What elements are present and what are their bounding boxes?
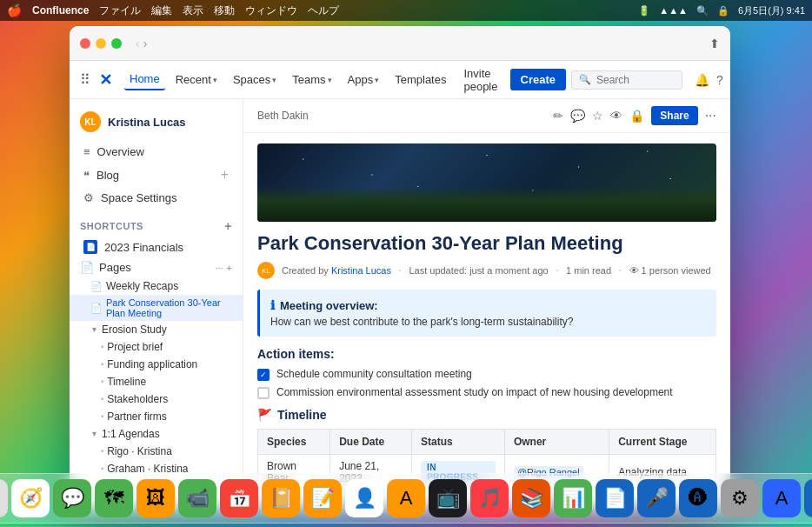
dock-icon-safari[interactable]: 🧭 [11, 479, 50, 517]
content-author: Beth Dakin [257, 110, 309, 122]
nav-home[interactable]: Home [124, 69, 165, 90]
menu-window[interactable]: ウィンドウ [245, 3, 297, 18]
tree-item-funding[interactable]: • Funding application [70, 356, 243, 373]
tree-item-weekly-recaps[interactable]: 📄 Weekly Recaps [70, 277, 243, 295]
page-content: Park Conservation 30-Year Plan Meeting K… [243, 222, 730, 509]
dock-icon-noteshelf[interactable]: 📔 [262, 479, 300, 517]
tree-item-park-conservation[interactable]: 📄 Park Conservation 30-Year Plan Meeting [70, 295, 243, 321]
tree-item-timeline[interactable]: • Timeline [70, 373, 243, 390]
col-status: Status [412, 430, 505, 455]
tree-item-stakeholders[interactable]: • Stakeholders [70, 390, 243, 408]
col-owner: Owner [504, 430, 609, 455]
search-menubar-icon[interactable]: 🔍 [696, 5, 709, 17]
share-button[interactable]: Share [651, 106, 697, 125]
dock-icon-photos[interactable]: 🖼 [136, 479, 175, 517]
tree-item-erosion-study[interactable]: ▼ Erosion Study [70, 321, 243, 338]
settings-gear-icon: ⚙ [83, 191, 94, 204]
nav-invite[interactable]: Invite people [456, 63, 504, 97]
search-input[interactable] [596, 74, 675, 86]
col-due-date: Due Date [330, 430, 412, 455]
dock-icon-contacts[interactable]: 👤 [345, 479, 383, 517]
flag-icon: 🚩 [257, 408, 272, 422]
dock-icon-maps[interactable]: 🗺 [95, 479, 133, 517]
dock-icon-numbers[interactable]: 📊 [554, 479, 592, 517]
help-icon[interactable]: ? [716, 73, 723, 87]
dock-icon-arco[interactable]: A [762, 479, 801, 517]
more-options-icon[interactable]: ··· [705, 108, 716, 123]
pages-header[interactable]: 📄 Pages ··· + [70, 257, 243, 277]
action-text-1: Commission environmental assessment stud… [276, 386, 673, 398]
info-box: ℹ Meeting overview: How can we best cont… [257, 290, 716, 337]
timeline-title: Timeline [277, 408, 327, 422]
menu-move[interactable]: 移動 [214, 3, 235, 18]
confluence-logo[interactable]: ✕ [99, 70, 112, 90]
sidebar-item-blog[interactable]: ❝ Blog + [70, 163, 243, 187]
edit-icon[interactable]: ✏ [553, 109, 563, 123]
blog-add-icon[interactable]: + [221, 167, 229, 183]
grid-icon[interactable]: ⠿ [80, 71, 90, 88]
bell-icon[interactable]: 🔔 [695, 73, 709, 87]
traffic-lights [80, 38, 122, 49]
dock-icon-books[interactable]: 📚 [512, 479, 550, 517]
expand-icon: ▼ [90, 325, 98, 334]
checkbox-1[interactable] [257, 387, 270, 399]
tree-item-11-agendas[interactable]: ▼ 1:1 Agendas [70, 425, 243, 443]
tree-item-project-brief[interactable]: • Project brief [70, 338, 243, 356]
restrict-icon[interactable]: 🔒 [629, 109, 644, 123]
forward-button[interactable]: › [143, 37, 148, 50]
info-icon: ℹ [270, 298, 275, 312]
window-share-icon[interactable]: ⬆ [709, 37, 720, 50]
dock-icon-keynote[interactable]: 🎤 [637, 479, 676, 517]
dock-icon-facetime[interactable]: 📹 [178, 479, 216, 517]
shortcuts-add-icon[interactable]: + [224, 219, 232, 233]
apple-menu[interactable]: 🍎 [7, 3, 22, 17]
minimize-button[interactable] [96, 38, 106, 49]
bullet-icon: • [101, 377, 103, 386]
create-button[interactable]: Create [510, 69, 566, 90]
pages-more-icon[interactable]: ··· [215, 263, 223, 273]
star-icon[interactable]: ☆ [592, 109, 603, 123]
browser-window: ‹ › ⬆ ⠿ ✕ Home Recent ▾ Spaces ▾ Teams ▾… [70, 26, 730, 509]
sidebar-item-settings[interactable]: ⚙ Space Settings [70, 187, 243, 209]
shortcut-financials[interactable]: 📄 2023 Financials [70, 237, 243, 257]
dock-icon-amazon[interactable]: A [387, 479, 425, 517]
back-button[interactable]: ‹ [136, 37, 140, 50]
search-box[interactable]: 🔍 [571, 70, 682, 90]
menu-file[interactable]: ファイル [99, 3, 141, 18]
close-button[interactable] [80, 38, 90, 49]
maximize-button[interactable] [111, 38, 122, 49]
menu-view[interactable]: 表示 [183, 3, 203, 18]
checkbox-0[interactable]: ✓ [257, 369, 270, 381]
comment-icon[interactable]: 💬 [570, 109, 585, 123]
bullet-icon: • [101, 464, 103, 473]
nav-recent[interactable]: Recent ▾ [170, 70, 223, 90]
lock-icon: 🔒 [717, 5, 729, 17]
nav-templates[interactable]: Templates [389, 70, 451, 90]
dock-icon-launchpad[interactable]: ⠿ [0, 479, 8, 517]
tree-item-partner-firms[interactable]: • Partner firms [70, 408, 243, 425]
dock-icon-pages[interactable]: 📄 [596, 479, 634, 517]
dock-icon-systemprefs[interactable]: ⚙ [721, 479, 759, 517]
menu-help[interactable]: ヘルプ [308, 3, 339, 18]
dock-icon-calendar[interactable]: 📅 [220, 479, 258, 517]
sidebar-item-overview[interactable]: ≡ Overview [70, 141, 243, 163]
nav-spaces[interactable]: Spaces ▾ [228, 70, 282, 90]
overview-icon: ≡ [83, 145, 90, 158]
pages-add-icon[interactable]: + [227, 263, 232, 273]
nav-apps[interactable]: Apps ▾ [343, 70, 385, 90]
tree-item-rigo-kristina[interactable]: • Rigo · Kristina [70, 443, 243, 460]
dock-icon-appletv[interactable]: 📺 [429, 479, 467, 517]
dock-icon-messages[interactable]: 💬 [53, 479, 91, 517]
blog-icon: ❝ [83, 169, 90, 182]
app-name[interactable]: Confluence [32, 4, 89, 17]
nav-teams[interactable]: Teams ▾ [287, 70, 336, 90]
dock-icon-appstore[interactable]: 🅐 [679, 479, 717, 517]
watch-icon[interactable]: 👁 [610, 109, 622, 123]
recent-chevron: ▾ [213, 76, 217, 84]
menu-edit[interactable]: 編集 [151, 3, 172, 18]
author-link[interactable]: Kristina Lucas [331, 265, 391, 276]
dock-icon-music[interactable]: 🎵 [470, 479, 509, 517]
dock-icon-macos-store[interactable]: 🛒 [804, 479, 812, 517]
dock-icon-reminders[interactable]: 📝 [303, 479, 342, 517]
doc-icon: 📄 [90, 281, 103, 292]
